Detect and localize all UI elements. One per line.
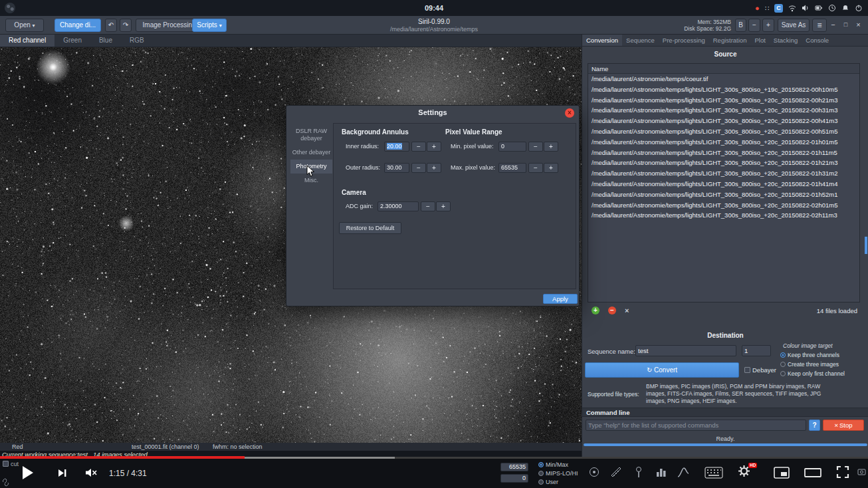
fullscreen-icon[interactable] xyxy=(836,465,849,479)
file-row[interactable]: /media/laurent/Astronomie/temps/lights/L… xyxy=(588,168,859,179)
scripts-button[interactable]: Scripts ▾ xyxy=(192,19,227,32)
zoom-in-button[interactable]: + xyxy=(762,19,774,32)
help-button[interactable]: ? xyxy=(809,420,820,431)
hi-cut-value[interactable]: 65535 xyxy=(500,463,528,471)
pin-icon[interactable] xyxy=(632,465,645,479)
max-pixel-decrement[interactable]: − xyxy=(528,163,543,173)
sequence-name-input[interactable] xyxy=(635,345,736,356)
b-button[interactable]: B xyxy=(735,19,746,32)
file-row[interactable]: /media/laurent/Astronomie/temps/lights/L… xyxy=(588,189,859,200)
min-pixel-increment[interactable]: + xyxy=(544,142,558,152)
adc-gain-decrement[interactable]: − xyxy=(421,201,435,211)
apply-button[interactable]: Apply xyxy=(543,294,578,304)
file-row[interactable]: /media/laurent/Astronomie/temps/lights/L… xyxy=(588,84,859,95)
restore-default-button[interactable]: Restore to Default xyxy=(339,222,401,234)
inner-radius-input[interactable]: 20.00 xyxy=(384,142,409,152)
undo-icon[interactable]: ↶ xyxy=(105,19,117,32)
inner-radius-increment[interactable]: + xyxy=(427,142,441,152)
tab-stacking[interactable]: Stacking xyxy=(770,35,802,46)
volume-icon[interactable] xyxy=(802,4,810,12)
play-button[interactable] xyxy=(23,466,33,479)
outer-radius-decrement[interactable]: − xyxy=(411,163,426,173)
battery-icon[interactable] xyxy=(815,4,823,12)
max-pixel-input[interactable]: 65535 xyxy=(498,163,526,173)
indicator-icon[interactable]: ∷ xyxy=(765,5,769,12)
radio-keep-first-channel[interactable]: Keep only first channel xyxy=(780,370,845,377)
maximize-button[interactable]: □ xyxy=(840,19,851,32)
min-pixel-input[interactable]: 0 xyxy=(498,142,526,152)
stop-button[interactable]: ×Stop xyxy=(823,420,864,431)
outer-radius-increment[interactable]: + xyxy=(427,163,441,173)
tab-conversion[interactable]: Conversion xyxy=(582,35,622,46)
radio-user[interactable]: User xyxy=(538,479,558,485)
miniplayer-icon[interactable] xyxy=(774,467,790,479)
file-row[interactable]: /media/laurent/Astronomie/temps/lights/L… xyxy=(588,148,859,158)
radio-keep-three-channels[interactable]: Keep three channels xyxy=(780,352,839,358)
redo-icon[interactable]: ↷ xyxy=(120,19,132,32)
cut-checkbox[interactable]: cut xyxy=(3,461,19,467)
adc-gain-input[interactable]: 2.30000 xyxy=(378,201,419,211)
add-files-icon[interactable]: + xyxy=(592,306,599,314)
source-file-list[interactable]: Name /media/laurent/Astronomie/temps/coe… xyxy=(588,63,860,303)
adc-gain-increment[interactable]: + xyxy=(436,201,451,211)
clock-icon[interactable] xyxy=(828,4,836,12)
file-row[interactable]: /media/laurent/Astronomie/temps/lights/L… xyxy=(588,179,859,189)
debayer-checkbox[interactable]: Debayer xyxy=(744,366,776,374)
radio-mips-lo-hi[interactable]: MIPS-LO/HI xyxy=(538,470,578,477)
volume-muted-icon[interactable] xyxy=(85,467,98,478)
inner-radius-decrement[interactable]: − xyxy=(411,142,426,152)
hamburger-menu-icon[interactable]: ≡ xyxy=(812,19,827,32)
open-button[interactable]: Open ▾ xyxy=(5,19,44,32)
curves-icon[interactable] xyxy=(677,465,690,479)
tab-pre-processing[interactable]: Pre-processing xyxy=(659,35,709,46)
lo-cut-value[interactable]: 0 xyxy=(500,474,528,483)
file-row[interactable]: /media/laurent/Astronomie/temps/lights/L… xyxy=(588,95,859,106)
record-icon[interactable]: ● xyxy=(755,4,760,12)
file-row[interactable]: /media/laurent/Astronomie/temps/lights/L… xyxy=(588,210,859,221)
save-as-button[interactable]: Save As xyxy=(778,19,810,32)
file-row[interactable]: /media/laurent/Astronomie/temps/lights/L… xyxy=(588,200,859,211)
max-pixel-increment[interactable]: + xyxy=(544,163,558,173)
command-input[interactable] xyxy=(586,420,806,431)
snapshot-icon[interactable] xyxy=(857,468,866,475)
wifi-icon[interactable] xyxy=(788,4,796,12)
file-row[interactable]: /media/laurent/Astronomie/temps/lights/L… xyxy=(588,105,859,116)
start-index-input[interactable] xyxy=(742,345,771,356)
keyboard-icon[interactable] xyxy=(705,467,723,479)
clear-list-icon[interactable]: × xyxy=(625,306,629,314)
video-scrubber[interactable] xyxy=(0,456,868,459)
tab-registration[interactable]: Registration xyxy=(709,35,751,46)
convert-button[interactable]: ↻ Convert xyxy=(585,362,739,378)
tab-sequence[interactable]: Sequence xyxy=(622,35,659,46)
file-row[interactable]: /media/laurent/Astronomie/temps/coeur.ti… xyxy=(588,74,859,84)
power-icon[interactable] xyxy=(855,4,863,12)
link-icon[interactable] xyxy=(1,478,10,487)
min-pixel-decrement[interactable]: − xyxy=(528,142,543,152)
file-row[interactable]: /media/laurent/Astronomie/temps/lights/L… xyxy=(588,158,859,168)
tab-blue-channel[interactable]: Blue xyxy=(90,35,121,47)
tab-plot[interactable]: Plot xyxy=(750,35,769,46)
radio-create-three-images[interactable]: Create three images xyxy=(780,361,839,368)
outer-radius-input[interactable]: 30.00 xyxy=(384,163,409,173)
chrome-icon[interactable]: C xyxy=(774,4,783,13)
name-column-header[interactable]: Name xyxy=(588,64,859,74)
histogram-icon[interactable] xyxy=(655,465,668,479)
change-dir-button[interactable]: Change di... xyxy=(54,19,101,32)
zoom-out-button[interactable]: − xyxy=(748,19,760,32)
dialog-close-icon[interactable]: × xyxy=(565,108,574,118)
file-row[interactable]: /media/laurent/Astronomie/temps/lights/L… xyxy=(588,126,859,137)
next-video-button[interactable] xyxy=(57,468,67,478)
photometry-aperture-icon[interactable] xyxy=(588,465,601,479)
remove-file-icon[interactable]: − xyxy=(608,306,616,314)
tab-red-channel[interactable]: Red channel xyxy=(0,35,54,47)
file-row[interactable]: /media/laurent/Astronomie/temps/lights/L… xyxy=(588,116,859,126)
tab-green-channel[interactable]: Green xyxy=(54,35,90,47)
tab-rgb-channel[interactable]: RGB xyxy=(121,35,153,47)
close-window-button[interactable]: × xyxy=(853,19,864,32)
radio-minmax[interactable]: Min/Max xyxy=(538,461,568,468)
bell-icon[interactable] xyxy=(841,4,849,12)
tab-console[interactable]: Console xyxy=(802,35,833,46)
file-row[interactable]: /media/laurent/Astronomie/temps/lights/L… xyxy=(588,137,859,148)
theater-mode-icon[interactable] xyxy=(804,468,821,477)
tab-other-debayer[interactable]: Other debayer xyxy=(290,146,332,160)
